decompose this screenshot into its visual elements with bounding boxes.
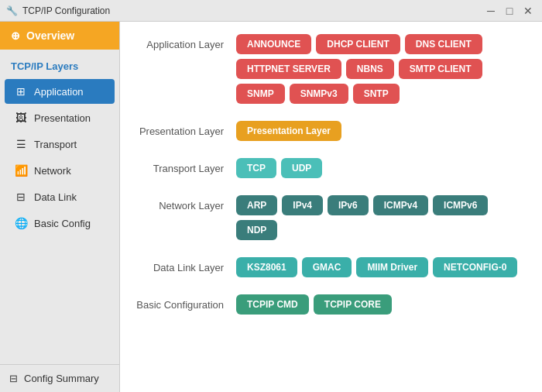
network-layer-row: Network Layer ARP IPv4 IPv6 ICMPv4 ICMPv… <box>136 195 527 240</box>
chip-udp[interactable]: UDP <box>281 158 322 178</box>
chip-snmp[interactable]: SNMP <box>236 84 285 104</box>
network-layer-chips: ARP IPv4 IPv6 ICMPv4 ICMPv6 NDP <box>236 195 527 240</box>
basic-config-layer-row: Basic Configuration TCPIP CMD TCPIP CORE <box>136 294 527 315</box>
content-area: Application Layer ANNOUNCE DHCP CLIENT D… <box>120 22 542 392</box>
transport-layer-label: Transport Layer <box>136 158 236 174</box>
network-icon: 📶 <box>14 163 28 177</box>
config-summary-icon: ⊟ <box>9 373 18 384</box>
presentation-icon: 🖼 <box>14 111 28 125</box>
chip-dns-client[interactable]: DNS CLIENT <box>405 34 482 54</box>
sidebar-item-label: Network <box>34 165 71 177</box>
basic-config-icon: 🌐 <box>14 216 28 230</box>
chip-nbns[interactable]: NBNS <box>346 59 394 79</box>
application-layer-label: Application Layer <box>136 34 236 50</box>
chip-snmpv3[interactable]: SNMPv3 <box>290 84 348 104</box>
presentation-layer-row: Presentation Layer Presentation Layer <box>136 121 527 141</box>
sidebar-bottom: ⊟ Config Summary <box>0 364 119 392</box>
chip-ipv6[interactable]: IPv6 <box>328 195 369 215</box>
sidebar: ⊕ Overview TCP/IP Layers ⊞ Application 🖼… <box>0 22 120 392</box>
chip-presentation-layer[interactable]: Presentation Layer <box>236 121 341 141</box>
chip-miim-driver[interactable]: MIIM Driver <box>356 257 428 277</box>
transport-layer-chips: TCP UDP <box>236 158 527 178</box>
maximize-button[interactable]: □ <box>502 3 517 19</box>
chip-announce[interactable]: ANNOUNCE <box>236 34 311 54</box>
sidebar-item-transport[interactable]: ☰ Transport <box>5 132 115 156</box>
minimize-button[interactable]: ─ <box>483 3 499 19</box>
chip-ndp[interactable]: NDP <box>236 220 277 240</box>
data-link-layer-row: Data Link Layer KSZ8061 GMAC MIIM Driver… <box>136 257 527 277</box>
application-icon: ⊞ <box>14 84 28 98</box>
basic-config-layer-chips: TCPIP CMD TCPIP CORE <box>236 294 527 315</box>
config-summary-button[interactable]: ⊟ Config Summary <box>0 365 119 392</box>
chip-ksz8061[interactable]: KSZ8061 <box>236 257 297 277</box>
application-layer-chips: ANNOUNCE DHCP CLIENT DNS CLIENT HTTPNET … <box>236 34 527 104</box>
app-icon: 🔧 <box>6 5 18 16</box>
chip-tcp[interactable]: TCP <box>236 158 276 178</box>
overview-label: Overview <box>26 29 74 42</box>
window-title: TCP/IP Configuration <box>22 5 110 16</box>
sidebar-item-network[interactable]: 📶 Network <box>5 158 115 183</box>
sidebar-item-application[interactable]: ⊞ Application <box>5 79 115 104</box>
sidebar-item-data-link[interactable]: ⊟ Data Link <box>5 184 115 209</box>
presentation-layer-label: Presentation Layer <box>136 121 236 137</box>
chip-ipv4[interactable]: IPv4 <box>282 195 323 215</box>
chip-tcpip-core[interactable]: TCPIP CORE <box>314 294 392 315</box>
data-link-layer-label: Data Link Layer <box>136 257 236 273</box>
chip-icmpv6[interactable]: ICMPv6 <box>433 195 488 215</box>
sidebar-item-label: Data Link <box>34 191 77 203</box>
data-link-icon: ⊟ <box>14 190 28 204</box>
sidebar-item-label: Application <box>34 86 84 98</box>
sidebar-item-basic-config[interactable]: 🌐 Basic Config <box>5 211 115 236</box>
application-layer-row: Application Layer ANNOUNCE DHCP CLIENT D… <box>136 34 527 104</box>
sidebar-section-title: TCP/IP Layers <box>0 56 119 78</box>
chip-smtp-client[interactable]: SMTP CLIENT <box>399 59 482 79</box>
chip-arp[interactable]: ARP <box>236 195 277 215</box>
basic-config-layer-label: Basic Configuration <box>136 294 236 311</box>
network-layer-label: Network Layer <box>136 195 236 211</box>
config-summary-label: Config Summary <box>24 373 99 384</box>
title-bar-left: 🔧 TCP/IP Configuration <box>6 5 110 16</box>
chip-httpnet-server[interactable]: HTTPNET SERVER <box>236 59 341 79</box>
transport-icon: ☰ <box>14 137 28 151</box>
window-controls: ─ □ ✕ <box>483 3 536 19</box>
sidebar-item-label: Basic Config <box>34 218 91 229</box>
chip-icmpv4[interactable]: ICMPv4 <box>373 195 428 215</box>
transport-layer-row: Transport Layer TCP UDP <box>136 158 527 178</box>
chip-tcpip-cmd[interactable]: TCPIP CMD <box>236 294 309 315</box>
data-link-layer-chips: KSZ8061 GMAC MIIM Driver NETCONFIG-0 <box>236 257 527 277</box>
chip-dhcp-client[interactable]: DHCP CLIENT <box>316 34 400 54</box>
overview-icon: ⊕ <box>11 29 20 42</box>
chip-sntp[interactable]: SNTP <box>353 84 400 104</box>
chip-netconfig-0[interactable]: NETCONFIG-0 <box>433 257 517 277</box>
overview-button[interactable]: ⊕ Overview <box>0 22 119 50</box>
sidebar-item-presentation[interactable]: 🖼 Presentation <box>5 105 115 130</box>
sidebar-item-label: Transport <box>34 139 77 150</box>
title-bar: 🔧 TCP/IP Configuration ─ □ ✕ <box>0 0 542 22</box>
sidebar-item-label: Presentation <box>34 112 91 124</box>
close-button[interactable]: ✕ <box>520 3 536 19</box>
chip-gmac[interactable]: GMAC <box>302 257 352 277</box>
presentation-layer-chips: Presentation Layer <box>236 121 527 141</box>
main-container: ⊕ Overview TCP/IP Layers ⊞ Application 🖼… <box>0 22 542 392</box>
